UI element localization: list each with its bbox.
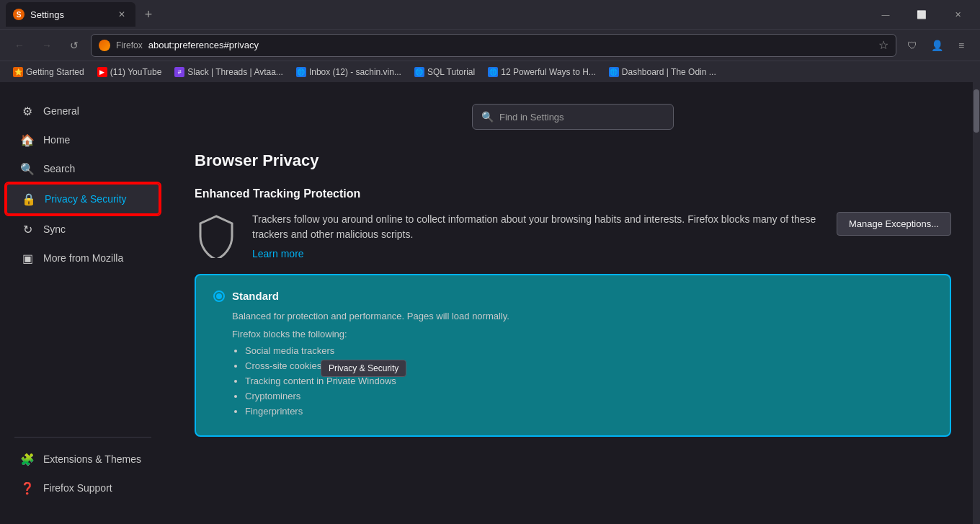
bookmark-favicon-slack: # [174,67,184,77]
sidebar-label-search: Search [43,163,75,174]
block-item-fingerprint: Fingerprinters [245,406,932,417]
tab-title: Settings [30,9,110,20]
sidebar-label-support: Firefox Support [43,482,112,494]
bookmark-odin[interactable]: 🌐 Dashboard | The Odin ... [603,66,722,79]
bookmark-favicon-inbox: 🌐 [296,67,306,77]
scrollbar[interactable] [973,82,980,524]
bookmark-favicon-12ways: 🌐 [488,67,498,77]
general-icon: ⚙ [20,104,35,118]
title-bar: S Settings ✕ + — ⬜ ✕ [0,0,980,29]
sidebar-item-extensions[interactable]: 🧩 Extensions & Themes [6,445,160,474]
bookmark-favicon-getting-started: ⭐ [13,67,23,77]
bookmark-label-12ways: 12 Powerful Ways to H... [501,67,596,77]
block-item-social: Social media trackers [245,345,932,356]
sidebar-item-search[interactable]: 🔍 Search [6,154,160,183]
sidebar-label-sync: Sync [43,223,66,235]
sidebar-bottom: 🧩 Extensions & Themes ❓ Firefox Support [0,430,166,510]
bookmark-12ways[interactable]: 🌐 12 Powerful Ways to H... [482,66,602,79]
main-content: ⚙ General 🏠 Home 🔍 Search 🔒 Privacy & Se… [0,82,980,524]
sidebar-label-extensions: Extensions & Themes [43,453,141,465]
etp-description: Trackers follow you around online to col… [252,212,822,242]
sidebar-divider [14,437,151,438]
close-button[interactable]: ✕ [941,3,974,26]
bookmark-slack[interactable]: # Slack | Threads | Avtaa... [169,66,289,79]
find-bar[interactable]: 🔍 Find in Settings [472,104,674,130]
sidebar-item-support[interactable]: ❓ Firefox Support [6,474,160,502]
tracking-options-card: Standard Balanced for protection and per… [195,274,951,437]
privacy-icon: 🔒 [22,192,36,206]
block-item-tracking: Tracking content in Private Windows [245,376,932,386]
sidebar-item-more-mozilla[interactable]: ▣ More from Mozilla [6,244,160,272]
bookmark-favicon-sql: 🌐 [414,67,424,77]
blocks-label: Firefox blocks the following: [213,329,932,339]
bookmark-label-slack: Slack | Threads | Avtaa... [187,67,283,77]
etp-section: Trackers follow you around online to col… [195,212,951,259]
home-icon: 🏠 [20,133,35,147]
navigation-bar: ← → ↺ Firefox about:preferences#privacy … [0,29,980,61]
bookmarks-bar: ⭐ Getting Started ▶ (11) YouTube # Slack… [0,61,980,82]
shield-icon [197,215,235,258]
extensions-icon: 🧩 [20,452,35,466]
support-icon: ❓ [20,481,35,495]
address-bar[interactable]: Firefox about:preferences#privacy ☆ [91,34,896,57]
reload-button[interactable]: ↺ [63,35,85,56]
bookmark-favicon-youtube: ▶ [97,67,107,77]
page-title: Browser Privacy [195,151,951,170]
bookmark-youtube[interactable]: ▶ (11) YouTube [92,66,168,79]
minimize-button[interactable]: — [869,3,902,26]
maximize-button[interactable]: ⬜ [905,3,938,26]
bookmark-star-icon[interactable]: ☆ [878,38,888,52]
sidebar-label-general: General [43,105,79,117]
new-tab-button[interactable]: + [138,4,159,25]
url-display: about:preferences#privacy [148,40,873,50]
bookmark-label-youtube: (11) YouTube [110,67,162,77]
tab-bar: S Settings ✕ + [6,0,866,29]
standard-label: Standard [232,290,279,302]
standard-description: Balanced for protection and performance.… [213,311,932,321]
forward-button[interactable]: → [36,35,58,56]
sync-icon: ↻ [20,222,35,236]
find-placeholder: Find in Settings [499,112,564,123]
find-icon: 🔍 [481,111,494,123]
manage-exceptions-button[interactable]: Manage Exceptions... [837,212,951,236]
active-tab[interactable]: S Settings ✕ [6,2,135,27]
back-button[interactable]: ← [9,35,30,56]
browser-label: Firefox [116,40,143,50]
bookmark-getting-started[interactable]: ⭐ Getting Started [7,66,90,79]
bookmark-label-sql: SQL Tutorial [427,67,475,77]
bookmark-label-getting-started: Getting Started [26,67,84,77]
account-icon[interactable]: 👤 [927,35,947,55]
bookmark-inbox[interactable]: 🌐 Inbox (12) - sachin.vin... [290,66,407,79]
sidebar-item-sync[interactable]: ↻ Sync [6,215,160,244]
menu-button[interactable]: ≡ [951,35,971,55]
bookmark-sql[interactable]: 🌐 SQL Tutorial [409,66,481,79]
tab-favicon: S [13,9,24,20]
learn-more-link[interactable]: Learn more [252,248,822,259]
bookmark-favicon-odin: 🌐 [609,67,619,77]
etp-text-content: Trackers follow you around online to col… [252,212,822,259]
sidebar-label-home: Home [43,134,70,146]
sidebar-label-mozilla: More from Mozilla [43,252,123,264]
firefox-logo [99,40,110,51]
blocks-list: Social media trackers Cross-site cookies… [213,345,932,417]
sidebar-item-general[interactable]: ⚙ General [6,97,160,125]
shield-toolbar-icon[interactable]: 🛡 [902,35,922,55]
window-controls: — ⬜ ✕ [869,3,974,26]
block-item-crypto: Cryptominers [245,391,932,401]
sidebar-item-home[interactable]: 🏠 Home [6,125,160,154]
standard-radio-button[interactable] [213,290,225,302]
section-title: Enhanced Tracking Protection [195,187,951,200]
standard-radio-option[interactable]: Standard [213,290,932,302]
scrollbar-thumb[interactable] [974,89,979,133]
sidebar: ⚙ General 🏠 Home 🔍 Search 🔒 Privacy & Se… [0,82,166,524]
sidebar-item-privacy-security[interactable]: 🔒 Privacy & Security [6,183,160,215]
toolbar-icons: 🛡 👤 ≡ [902,35,971,55]
mozilla-icon: ▣ [20,251,35,265]
tooltip: Privacy & Security [321,360,406,377]
content-area: 🔍 Find in Settings Browser Privacy Enhan… [166,82,980,524]
bookmark-label-inbox: Inbox (12) - sachin.vin... [309,67,401,77]
tab-close-button[interactable]: ✕ [115,8,128,21]
sidebar-label-privacy: Privacy & Security [45,193,127,205]
shield-container [195,212,238,259]
bookmark-label-odin: Dashboard | The Odin ... [622,67,716,77]
